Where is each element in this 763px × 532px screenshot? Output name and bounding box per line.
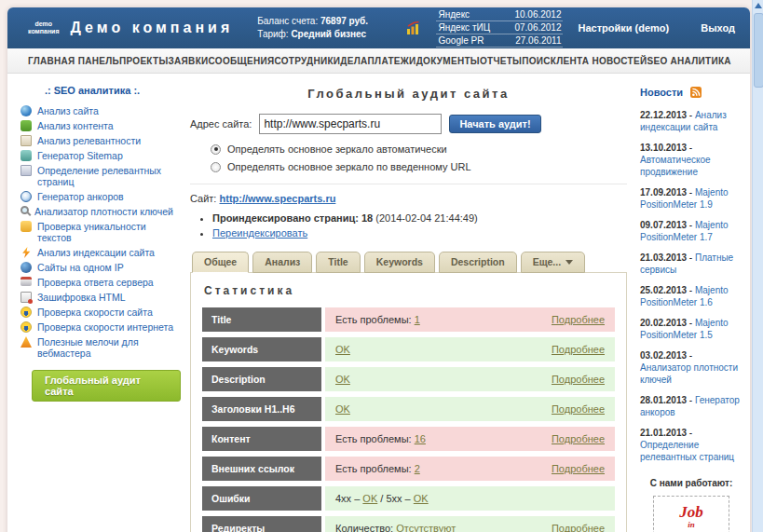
news-link[interactable]: Определение релевантных страниц [640,440,734,462]
tools-icon [20,336,32,348]
news-header: Новости [640,87,743,98]
news-separator: - [687,395,695,405]
start-audit-button[interactable]: Начать аудит! [449,115,540,133]
sidebar-item-relevant-pages[interactable]: Определение релевантных страниц [20,165,181,187]
logo-line-1: demo [28,20,60,28]
indexed-pages-item: Проиндексировано страниц: 18 (2014-02-04… [212,212,627,224]
site-address-input[interactable] [259,114,442,134]
tab-title[interactable]: Title [316,252,360,273]
desktop: { "header": { "logo_line1": "demo", "log… [0,0,763,532]
tab-general[interactable]: Общее [192,252,249,273]
details-link[interactable]: Подробнее [552,523,605,532]
scrollbar-thumb[interactable] [754,13,763,88]
nav-item-payments[interactable]: ПЛАТЕЖИ [368,56,416,66]
rss-icon[interactable] [690,87,702,98]
tab-description[interactable]: Description [439,252,517,273]
tariff-line: Тариф: Средний бизнес [257,28,368,41]
news-link[interactable]: Автоматическое продвижение [640,155,711,177]
sidebar-title: .: SEO аналитика :. [20,85,164,96]
status-link[interactable]: OK [335,344,350,355]
logout-link[interactable]: Выход [701,22,735,34]
sidebar-item-content-analysis[interactable]: Анализ контента [20,120,181,131]
status-link[interactable]: 16 [415,433,426,444]
status-link[interactable]: 2 [415,463,420,474]
nav-item-reports[interactable]: ОТЧЕТЫ [480,56,522,66]
news-item: 28.01.2013 - Генератор анкоров [640,394,743,418]
sidebar-item-site-speed[interactable]: Проверка скорости сайта [20,307,181,318]
global-audit-button[interactable]: Глобальный аудит сайта [32,370,181,402]
vertical-scrollbar[interactable] [752,0,763,532]
status-text: OK [335,344,350,355]
status-link[interactable]: OK [335,403,350,415]
stats-row-value: Есть проблемы: 16 Подробнее [325,427,615,451]
metric-row: Google PR 27.06.2011 [436,34,563,48]
metric-date: 07.06.2012 [514,22,561,33]
tariff-label: Тариф: [257,29,288,39]
nav-item-requests[interactable]: ЗАЯВКИ [169,56,209,66]
nav-item-projects[interactable]: ПРОЕКТЫ [119,56,169,66]
sidebar-item-html-encryption[interactable]: Зашифровка HTML [20,292,181,303]
sidebar-item-text-uniqueness[interactable]: Проверка уникальности текстов [20,221,181,243]
details-link[interactable]: Подробнее [552,433,605,444]
nav-item-documents[interactable]: ДОКУМЕНТЫ [416,56,480,66]
tab-more[interactable]: Еще... [521,252,585,273]
sidebar-item-sitemap-generator[interactable]: Генератор Sitemap [20,150,181,161]
news-item: 21.03.2013 - Платные сервисы [640,252,743,276]
update-dates-table: Яндекс 10.06.2012 Яндекс тИЦ 07.06.2012 … [436,8,563,48]
company-name: Демо компания [71,20,234,36]
nav-item-main-panel[interactable]: ГЛАВНАЯ ПАНЕЛЬ [28,56,119,66]
account-info: Баланс счета: 76897 руб. Тариф: Средний … [257,15,368,41]
nav-item-news-feed[interactable]: ЛЕНТА НОВОСТЕЙ [556,56,647,66]
tab-analysis[interactable]: Анализ [252,252,312,273]
status-link-5xx[interactable]: OK [414,493,429,504]
scroll-up-arrow-icon[interactable] [755,3,762,8]
stats-row-label: Заголовки H1..H6 [202,397,321,421]
sidebar-item-label: Анализ релевантности [37,135,141,146]
radio-url-mirror[interactable]: Определять основное зеркало по введенном… [211,161,627,172]
details-link[interactable]: Подробнее [552,314,605,325]
sidebar-item-anchor-generator[interactable]: Генератор анкоров [20,191,181,202]
status-link[interactable]: 1 [415,314,420,325]
details-link[interactable]: Подробнее [552,463,605,474]
stats-row-value: Есть проблемы: 1 Подробнее [325,307,615,332]
sidebar-item-sites-same-ip[interactable]: Сайты на одном IP [20,262,181,273]
book-icon [20,120,32,131]
sidebar-item-site-analysis[interactable]: Анализ сайта [20,105,181,116]
news-separator: - [687,143,692,153]
radio-auto-mirror[interactable]: Определять основное зеркало автоматическ… [211,143,627,155]
nav-item-employees[interactable]: СОТРУДНИКИ [274,56,340,66]
tab-keywords[interactable]: Keywords [364,252,435,273]
settings-link[interactable]: Настройки (demo) [578,22,669,34]
nav-item-seo-analytics[interactable]: SEO АНАЛИТИКА [647,56,730,66]
nav-item-search[interactable]: ПОИСК [522,56,556,66]
site-url-link[interactable]: http://www.specparts.ru [220,193,336,204]
indexed-pages-label: Проиндексировано страниц: [212,212,359,224]
job-in-moscow-banner[interactable]: Job in Moscow [653,496,729,532]
nav-item-tasks[interactable]: ДЕЛА [340,56,367,66]
sidebar-item-indexing-analysis[interactable]: Анализ индексации сайта [20,247,181,258]
reindex-link[interactable]: Переиндексировать [212,227,307,239]
news-item: 20.02.2013 - Majento PositionMeter 1.5 [640,317,743,341]
details-link[interactable]: Подробнее [552,403,605,415]
status-link-4xx[interactable]: OK [362,493,377,504]
details-link[interactable]: Подробнее [552,344,605,355]
stats-row-title: Title Есть проблемы: 1 Подробнее [202,307,615,332]
news-link[interactable]: Анализатор плотности ключей [640,362,738,385]
sidebar-item-relevance-analysis[interactable]: Анализ релевантности [20,135,181,146]
balance-line: Баланс счета: 76897 руб. [257,15,368,28]
content-area: .: SEO аналитика :. Анализ сайта Анализ … [7,74,750,532]
status-link[interactable]: Отсутствуют [396,523,456,532]
site-index-list: Проиндексировано страниц: 18 (2014-02-04… [212,212,627,239]
status-link[interactable]: OK [335,374,350,385]
details-link[interactable]: Подробнее [552,374,605,385]
sidebar-item-server-response[interactable]: Проверка ответа сервера [20,277,181,288]
sidebar-item-label: Анализатор плотности ключей [34,206,173,217]
sidebar-item-internet-speed[interactable]: Проверка скорости интернета [20,321,181,333]
lock-icon [20,292,32,303]
news-column: Новости 22.12.2013 - Анализ индексации с… [640,74,750,532]
nav-item-messages[interactable]: СООБЩЕНИЯ [209,56,275,66]
sidebar-item-webmaster-tools[interactable]: Полезные мелочи для вебмастера [20,336,181,359]
news-separator: - [687,318,695,328]
sidebar-item-keyword-density[interactable]: Анализатор плотности ключей [20,206,181,217]
stats-row-keywords: Keywords OK Подробнее [202,337,615,361]
